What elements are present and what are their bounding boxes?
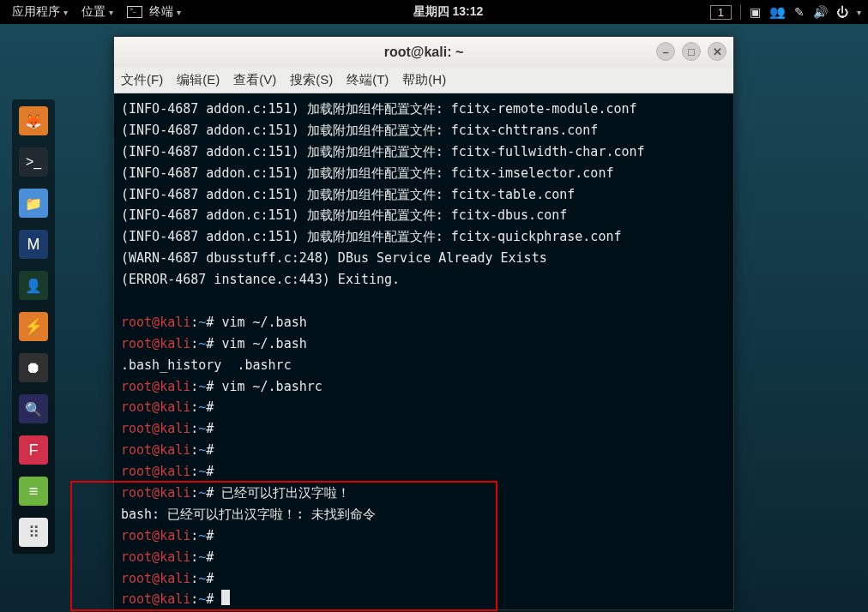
menu-item[interactable]: 编辑(E) — [177, 72, 220, 88]
chevron-down-icon: ▾ — [177, 8, 181, 17]
terminal-line: root@kali:~# — [121, 525, 726, 547]
terminal-glyph-icon — [127, 6, 142, 18]
terminal-line: root@kali:~# — [121, 547, 726, 568]
camera-icon[interactable]: ▣ — [750, 5, 761, 19]
menu-item[interactable]: 查看(V) — [233, 72, 276, 88]
terminal-line: (ERROR-4687 instance.c:443) Exiting. — [121, 269, 726, 291]
terminal-line: root@kali:~# vim ~/.bashrc — [121, 376, 726, 398]
firefox-icon[interactable]: 🦊 — [19, 106, 48, 135]
menu-item[interactable]: 文件(F) — [121, 72, 163, 88]
terminal-line: bash: 已经可以打出汉字啦！: 未找到命令 — [121, 504, 726, 525]
terminal-line: root@kali:~# vim ~/.bash — [121, 312, 726, 333]
brush-icon[interactable]: ✎ — [794, 5, 805, 19]
faraday-icon[interactable]: F — [19, 435, 48, 465]
terminal-line: (INFO-4687 addon.c:151) 加载附加组件配置文件: fcit… — [121, 205, 726, 226]
chevron-down-icon: ▾ — [109, 8, 113, 17]
apps-menu[interactable]: 应用程序▾ — [7, 0, 73, 24]
recorder-icon[interactable]: ⏺ — [19, 353, 48, 382]
top-bar: 应用程序▾ 位置▾ 终端▾ 星期四 13:12 1 ▣ 👥 ✎ 🔊 ⏻ ▾ — [0, 0, 868, 24]
terminal-line: (INFO-4687 addon.c:151) 加载附加组件配置文件: fcit… — [121, 99, 726, 120]
terminal-line: .bash_history .bashrc — [121, 355, 726, 376]
terminal-line: (INFO-4687 addon.c:151) 加载附加组件配置文件: fcit… — [121, 163, 726, 184]
menubar: 文件(F)编辑(E)查看(V)搜索(S)终端(T)帮助(H) — [114, 68, 733, 93]
terminal-line: root@kali:~# vim ~/.bash — [121, 333, 726, 355]
minimize-button[interactable]: – — [656, 42, 675, 61]
dock: 🦊>_📁M👤⚡⏺🔍F≡⠿ — [12, 99, 55, 554]
terminal-line: (INFO-4687 addon.c:151) 加载附加组件配置文件: fcit… — [121, 184, 726, 206]
terminal-output[interactable]: (INFO-4687 addon.c:151) 加载附加组件配置文件: fcit… — [114, 93, 733, 609]
terminal-line: root@kali:~# — [121, 568, 726, 590]
power-icon[interactable]: ⏻ — [836, 5, 848, 19]
metasploit-icon[interactable]: M — [19, 230, 48, 259]
places-menu[interactable]: 位置▾ — [76, 0, 118, 24]
users-icon[interactable]: 👥 — [769, 4, 786, 20]
armitage-icon[interactable]: 👤 — [19, 271, 48, 300]
notes-icon[interactable]: ≡ — [19, 477, 48, 506]
separator — [740, 4, 741, 20]
window-titlebar[interactable]: root@kali: ~ – □ ✕ — [114, 37, 733, 68]
burp-icon[interactable]: ⚡ — [19, 312, 48, 341]
chevron-down-icon: ▾ — [857, 8, 861, 17]
menu-item[interactable]: 搜索(S) — [290, 72, 333, 88]
workspace-indicator[interactable]: 1 — [710, 5, 732, 20]
terminal-line: root@kali:~# — [121, 397, 726, 418]
terminal-line: root@kali:~# — [121, 589, 726, 609]
clock[interactable]: 星期四 13:12 — [413, 4, 484, 20]
terminal-line: root@kali:~# — [121, 461, 726, 483]
terminal-line: (INFO-4687 addon.c:151) 加载附加组件配置文件: fcit… — [121, 120, 726, 141]
terminal-line: root@kali:~# 已经可以打出汉字啦！ — [121, 483, 726, 504]
terminal-line — [121, 291, 726, 312]
terminal-line: (WARN-4687 dbusstuff.c:248) DBus Service… — [121, 248, 726, 269]
zenmap-icon[interactable]: 🔍 — [19, 394, 48, 423]
apps-icon[interactable]: ⠿ — [19, 518, 48, 547]
files-icon[interactable]: 📁 — [19, 189, 48, 218]
menu-item[interactable]: 帮助(H) — [402, 72, 446, 88]
terminal-icon[interactable]: >_ — [19, 147, 48, 177]
terminal-line: root@kali:~# — [121, 440, 726, 461]
menu-item[interactable]: 终端(T) — [347, 72, 389, 88]
volume-icon[interactable]: 🔊 — [813, 5, 828, 19]
maximize-button[interactable]: □ — [682, 42, 701, 61]
terminal-window: root@kali: ~ – □ ✕ 文件(F)编辑(E)查看(V)搜索(S)终… — [113, 36, 734, 610]
terminal-line: (INFO-4687 addon.c:151) 加载附加组件配置文件: fcit… — [121, 141, 726, 163]
chevron-down-icon: ▾ — [63, 8, 68, 17]
terminal-line: (INFO-4687 addon.c:151) 加载附加组件配置文件: fcit… — [121, 226, 726, 248]
terminal-line: root@kali:~# — [121, 418, 726, 440]
terminal-menu[interactable]: 终端▾ — [122, 0, 186, 24]
window-title: root@kali: ~ — [384, 45, 464, 60]
close-button[interactable]: ✕ — [708, 42, 726, 61]
